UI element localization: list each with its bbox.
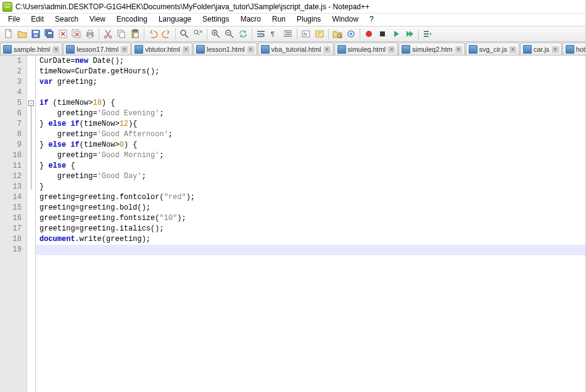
line-number: 9 (0, 140, 27, 150)
tab-close-button[interactable]: × (52, 46, 59, 53)
svg-rect-27 (316, 31, 323, 37)
find-button[interactable] (178, 28, 191, 40)
code-line[interactable]: document.write(greeting); (36, 234, 585, 245)
save-all-button[interactable] (43, 28, 56, 40)
code-line[interactable]: } else { (36, 161, 585, 171)
svg-point-20 (181, 30, 186, 35)
code-line[interactable]: greeting=greeting.fontcolor("red"); (36, 192, 585, 203)
code-line[interactable]: } else if(timeNow>12){ (36, 119, 585, 129)
replace-icon (193, 29, 203, 39)
tab-label: lesson1.html (207, 46, 245, 53)
code-area[interactable]: CurDate=new Date();timeNow=CurDate.getHo… (36, 55, 585, 392)
wordwrap-button[interactable] (255, 28, 267, 40)
indent-guide-button[interactable] (282, 28, 294, 40)
sync-button[interactable] (237, 28, 249, 40)
playlist-icon (423, 29, 432, 39)
menu-file[interactable]: File (2, 14, 25, 26)
record-icon (364, 29, 374, 39)
code-line[interactable]: greeting='Good Evening'; (36, 108, 585, 119)
menu-help[interactable]: ? (364, 14, 379, 26)
redo-button[interactable] (160, 28, 173, 40)
menu-search[interactable]: Search (49, 14, 84, 26)
cut-icon (103, 29, 113, 39)
tab-lesson17-html[interactable]: lesson17.html× (63, 43, 131, 55)
tab-close-button[interactable]: × (121, 46, 128, 53)
close-all-button[interactable] (70, 28, 83, 40)
fold-toggle[interactable]: − (28, 100, 34, 106)
copy-button[interactable] (115, 28, 128, 40)
code-line[interactable]: timeNow=CurDate.getHours(); (36, 67, 585, 77)
menu-settings[interactable]: Settings (197, 14, 234, 26)
line-number: 17 (0, 224, 27, 234)
menu-view[interactable]: View (84, 14, 111, 26)
code-line[interactable]: } (36, 182, 585, 192)
code-line[interactable]: } else if(timeNow>0) { (36, 140, 585, 150)
tab-vbtutor-html[interactable]: vbtutor.html× (131, 43, 192, 55)
menu-plugins[interactable]: Plugins (291, 14, 326, 26)
play-multi-button[interactable] (403, 28, 416, 40)
tab-vba_tutorial-html[interactable]: vba_tutorial.html× (258, 43, 334, 55)
folder-button[interactable] (331, 28, 344, 40)
tab-close-button[interactable]: × (388, 46, 395, 53)
code-line[interactable]: greeting='Good Morning'; (36, 150, 585, 161)
code-line[interactable]: if (timeNow>18) { (36, 98, 585, 108)
zoom-in-button[interactable] (210, 28, 222, 40)
tab-lesson1-html[interactable]: lesson1.html× (193, 43, 257, 55)
tab-svg_cir-js[interactable]: svg_cir.js× (466, 43, 519, 55)
open-icon (17, 29, 27, 39)
tab-sample-html[interactable]: sample.html× (0, 43, 62, 55)
code-line[interactable]: greeting='Good Afternoon'; (36, 129, 585, 140)
tab-simuleq2-htm[interactable]: simuleq2.htm× (398, 43, 464, 55)
line-number: 1 (0, 56, 27, 67)
tab-car-js[interactable]: car.js× (520, 43, 562, 55)
code-line[interactable]: var greeting; (36, 77, 585, 88)
stop-button[interactable] (376, 28, 389, 40)
tab-close-button[interactable]: × (183, 46, 189, 53)
menu-window[interactable]: Window (326, 14, 364, 26)
open-button[interactable] (16, 28, 28, 40)
record-button[interactable] (363, 28, 375, 40)
code-line[interactable]: greeting=greeting.bold(); (36, 203, 585, 213)
close-button[interactable] (57, 28, 69, 40)
lang-button[interactable]: fx (300, 28, 312, 40)
code-line[interactable]: greeting='Good Day'; (36, 171, 585, 182)
menu-macro[interactable]: Macro (235, 14, 266, 26)
tab-simuleq-html[interactable]: simuleq.html× (334, 43, 398, 55)
cut-button[interactable] (102, 28, 114, 40)
allchars-button[interactable]: ¶ (268, 28, 281, 40)
code-line[interactable] (36, 245, 585, 255)
svg-rect-6 (48, 32, 52, 34)
playlist-button[interactable] (421, 28, 434, 40)
copy-icon (117, 29, 126, 39)
menu-language[interactable]: Language (153, 14, 197, 26)
undo-button[interactable] (147, 28, 159, 40)
print-button[interactable] (84, 28, 96, 40)
line-number: 13 (0, 182, 27, 192)
menu-run[interactable]: Run (266, 14, 291, 26)
stop-icon (378, 29, 387, 39)
replace-button[interactable] (192, 28, 204, 40)
zoom-out-icon (225, 29, 234, 39)
paste-button[interactable] (129, 28, 141, 40)
tab-label: svg_cir.js (479, 46, 507, 53)
tab-close-button[interactable]: × (247, 46, 254, 53)
code-line[interactable]: CurDate=new Date(); (36, 56, 585, 67)
zoom-out-button[interactable] (223, 28, 236, 40)
tab-close-button[interactable]: × (324, 46, 331, 53)
eol-button[interactable] (313, 28, 326, 40)
code-line[interactable] (36, 88, 585, 98)
play-button[interactable] (390, 28, 402, 40)
tab-hotel-html[interactable]: hotel.html× (563, 43, 585, 55)
save-button[interactable] (30, 28, 42, 40)
line-number: 19 (0, 245, 27, 255)
new-button[interactable] (2, 28, 15, 40)
tab-close-button[interactable]: × (552, 46, 559, 53)
code-line[interactable]: greeting=greeting.fontsize("10"); (36, 213, 585, 224)
menu-encoding[interactable]: Encoding (111, 14, 153, 26)
tab-close-button[interactable]: × (455, 46, 462, 53)
code-line[interactable]: greeting=greeting.italics(); (36, 224, 585, 234)
editor: 12345678910111213141516171819 − CurDate=… (0, 55, 585, 392)
menu-edit[interactable]: Edit (25, 14, 49, 26)
monitor-button[interactable] (345, 28, 357, 40)
tab-close-button[interactable]: × (510, 46, 516, 53)
